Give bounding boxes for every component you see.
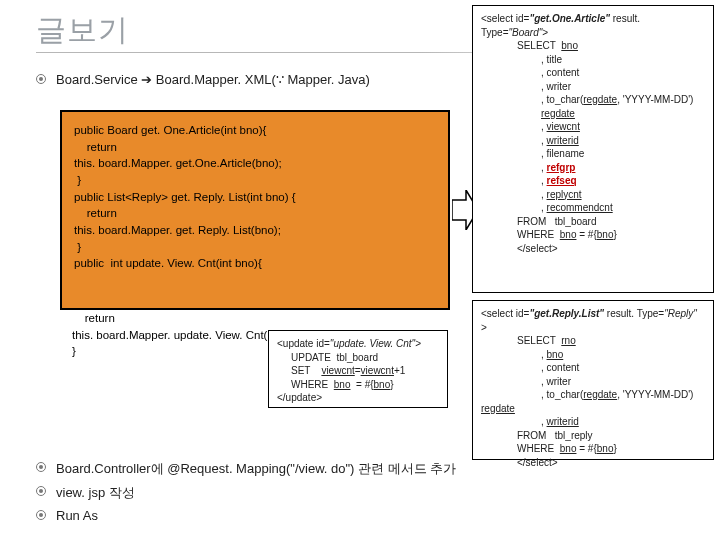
xml2-l8: </select> xyxy=(481,456,705,470)
xml3-open: <update id="update. View. Cnt"> xyxy=(277,337,439,351)
xml1-l3: , writer xyxy=(481,80,705,94)
xml2-l0: SELECT rno xyxy=(481,334,705,348)
xml1-l4: , to_char(regdate, 'YYYY-MM-DD') regdate xyxy=(481,93,705,120)
xml-select-article: <select id="get.One.Article" result. Typ… xyxy=(472,5,714,293)
java-code-box: public Board get. One.Article(int bno){ … xyxy=(60,110,450,310)
xml1-id: get.One.Article xyxy=(534,13,605,24)
xml3-l3: </update> xyxy=(277,391,439,405)
bullet-1-text: Board.Controller에 @Request. Mapping("/vi… xyxy=(56,460,456,478)
xml3-l2: WHERE bno = #{bno} xyxy=(277,378,439,392)
bullet-2-text: view. jsp 작성 xyxy=(56,484,135,502)
bullet-3-text: Run As xyxy=(56,508,98,523)
xml1-l14: </select> xyxy=(481,242,705,256)
xml1-l10: , replycnt xyxy=(481,188,705,202)
flow-text: Board.Service ➔ Board.Mapper. XML(∵ Mapp… xyxy=(56,72,370,87)
xml2-l2: , content xyxy=(481,361,705,375)
xml2-l7: WHERE bno = #{bno} xyxy=(481,442,705,456)
bullet-icon xyxy=(36,510,46,520)
bullet-icon xyxy=(36,462,46,472)
bullet-icon xyxy=(36,74,46,84)
xml1-l6: , writerid xyxy=(481,134,705,148)
xml2-l3: , writer xyxy=(481,375,705,389)
xml2-l1: , bno xyxy=(481,348,705,362)
xml2-l5: , writerid xyxy=(481,415,705,429)
xml-update-viewcnt: <update id="update. View. Cnt"> UPDATE t… xyxy=(268,330,448,408)
bullet-3: Run As xyxy=(36,508,98,523)
xml1-l5: , viewcnt xyxy=(481,120,705,134)
xml2-open: <select id="get.Reply.List" result. Type… xyxy=(481,307,705,334)
xml1-l9: , refseq xyxy=(481,174,705,188)
xml1-l2: , content xyxy=(481,66,705,80)
xml3-l0: UPDATE tbl_board xyxy=(277,351,439,365)
xml2-l6: FROM tbl_reply xyxy=(481,429,705,443)
bullet-flow: Board.Service ➔ Board.Mapper. XML(∵ Mapp… xyxy=(36,72,370,87)
slide-title-wrap: 글보기 xyxy=(36,10,129,51)
xml1-l12: FROM tbl_board xyxy=(481,215,705,229)
xml1-l0: SELECT bno xyxy=(481,39,705,53)
xml3-l1: SET viewcnt=viewcnt+1 xyxy=(277,364,439,378)
bullet-icon xyxy=(36,486,46,496)
slide-title: 글보기 xyxy=(36,10,129,51)
xml2-l4: , to_char(regdate, 'YYYY-MM-DD') xyxy=(481,388,705,402)
xml1-l1: , title xyxy=(481,53,705,67)
xml1-l8: , refgrp xyxy=(481,161,705,175)
xml1-l11: , recommendcnt xyxy=(481,201,705,215)
xml-select-reply: <select id="get.Reply.List" result. Type… xyxy=(472,300,714,460)
xml1-l7: , filename xyxy=(481,147,705,161)
xml1-open: <select id="get.One.Article" result. Typ… xyxy=(481,12,705,39)
bullet-2: view. jsp 작성 xyxy=(36,484,135,502)
java-code: public Board get. One.Article(int bno){ … xyxy=(74,122,436,272)
bullet-1: Board.Controller에 @Request. Mapping("/vi… xyxy=(36,460,456,478)
xml1-l13: WHERE bno = #{bno} xyxy=(481,228,705,242)
xml2-l4b: regdate xyxy=(481,403,515,414)
